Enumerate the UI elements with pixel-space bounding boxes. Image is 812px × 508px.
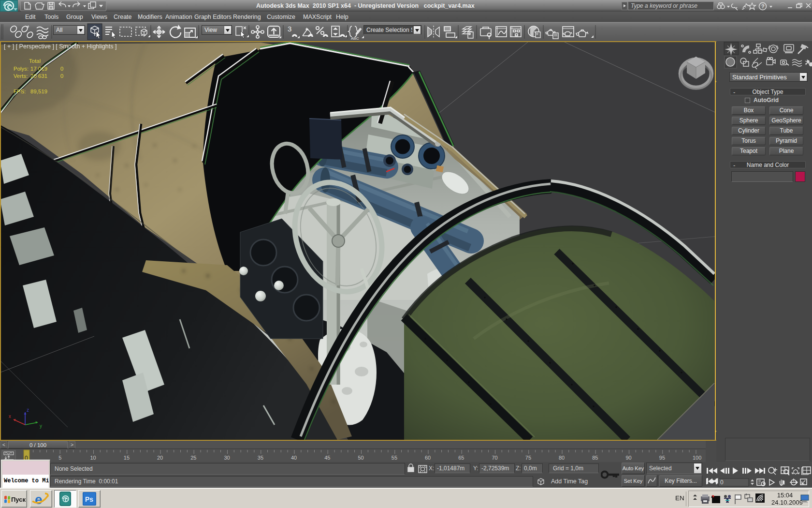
svg-text:Total: Total (29, 58, 41, 64)
svg-text:95: 95 (659, 455, 665, 461)
svg-text:FPS:: FPS: (14, 89, 26, 94)
svg-text:15: 15 (124, 455, 130, 461)
svg-text:0: 0 (60, 73, 63, 79)
svg-text:z: z (27, 407, 29, 413)
svg-text:Polys:: Polys: (14, 66, 29, 72)
svg-text:55: 55 (392, 455, 397, 461)
svg-text:90: 90 (626, 455, 632, 461)
svg-text:Пуск: Пуск (11, 496, 26, 503)
svg-text:80: 80 (559, 455, 565, 461)
svg-text:25: 25 (190, 455, 196, 461)
svg-text:Verts:: Verts: (14, 73, 28, 79)
svg-text:y: y (40, 423, 42, 429)
svg-text:e: e (35, 492, 43, 507)
svg-text:85: 85 (592, 455, 598, 461)
svg-text:5: 5 (58, 455, 61, 461)
svg-text:[ + ] [ Perspective ] [ Smooth: [ + ] [ Perspective ] [ Smooth + Highlig… (4, 43, 116, 50)
svg-text:40: 40 (291, 455, 297, 461)
svg-text:65: 65 (458, 455, 464, 461)
svg-text:20 631: 20 631 (30, 73, 47, 79)
svg-text:Ps: Ps (85, 495, 93, 503)
svg-text:30: 30 (224, 455, 230, 461)
svg-text:50: 50 (358, 455, 364, 461)
svg-text:70: 70 (492, 455, 498, 461)
svg-text:100: 100 (693, 455, 701, 461)
svg-text:20: 20 (157, 455, 163, 461)
svg-text:0: 0 (60, 66, 63, 72)
svg-text:x: x (9, 414, 11, 419)
svg-text:ABC: ABC (351, 36, 359, 41)
svg-text:45: 45 (324, 455, 330, 461)
svg-text:60: 60 (425, 455, 431, 461)
svg-text:89,519: 89,519 (30, 89, 47, 94)
svg-text:75: 75 (525, 455, 531, 461)
svg-text:17 019: 17 019 (30, 66, 47, 72)
svg-text:0: 0 (720, 479, 724, 486)
svg-text:3: 3 (288, 25, 291, 33)
svg-text:35: 35 (258, 455, 263, 461)
svg-text:10: 10 (90, 455, 96, 461)
svg-text:?: ? (761, 3, 765, 9)
